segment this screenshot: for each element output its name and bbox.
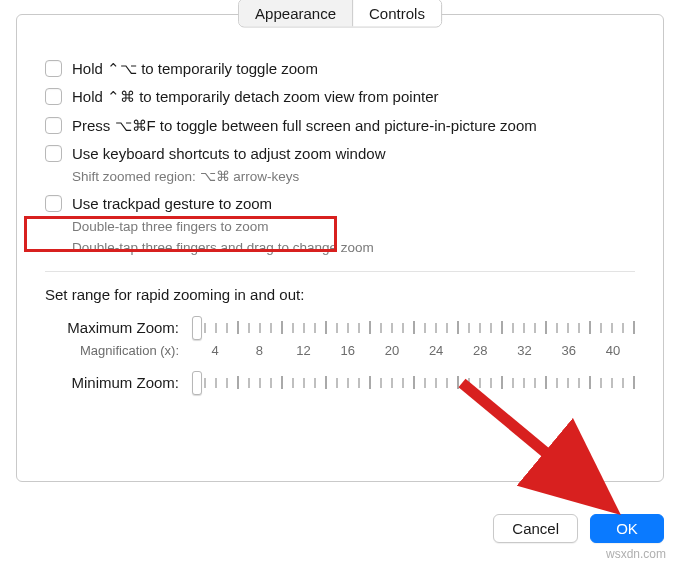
slider-tick <box>622 323 624 333</box>
slider-tick <box>578 378 580 388</box>
tab-controls[interactable]: Controls <box>352 0 441 27</box>
sub-trackpad-2: Double-tap three fingers and drag to cha… <box>72 239 635 257</box>
magnification-value: 20 <box>370 343 414 358</box>
slider-tick <box>413 321 415 334</box>
label-keyboard-shortcuts: Use keyboard shortcuts to adjust zoom wi… <box>72 144 385 164</box>
slider-tick <box>457 376 459 389</box>
slider-tick <box>358 323 360 333</box>
checkbox-hold-detach[interactable] <box>45 88 62 105</box>
label-trackpad-gesture: Use trackpad gesture to zoom <box>72 194 272 214</box>
slider-tick <box>545 321 547 334</box>
slider-tick <box>270 378 272 388</box>
slider-tick <box>446 378 448 388</box>
slider-tick <box>611 323 613 333</box>
checkbox-trackpad-gesture[interactable] <box>45 195 62 212</box>
magnification-value: 40 <box>591 343 635 358</box>
slider-tick <box>556 378 558 388</box>
content-area: Hold ⌃⌥ to temporarily toggle zoom Hold … <box>17 15 663 410</box>
magnification-value: 16 <box>326 343 370 358</box>
slider-tick <box>424 323 426 333</box>
slider-tick <box>226 378 228 388</box>
range-section-label: Set range for rapid zooming in and out: <box>45 286 635 303</box>
slider-tick <box>534 323 536 333</box>
tab-bar: Appearance Controls <box>238 0 442 28</box>
slider-tick <box>314 378 316 388</box>
slider-tick <box>402 323 404 333</box>
cancel-button[interactable]: Cancel <box>493 514 578 543</box>
option-keyboard-shortcuts: Use keyboard shortcuts to adjust zoom wi… <box>45 144 635 164</box>
magnification-value: 32 <box>502 343 546 358</box>
slider-tick <box>402 378 404 388</box>
slider-tick <box>325 321 327 334</box>
slider-tick <box>611 378 613 388</box>
slider-tick <box>633 376 635 389</box>
slider-max-zoom[interactable] <box>193 317 635 339</box>
magnification-value: 12 <box>281 343 325 358</box>
slider-tick <box>578 323 580 333</box>
slider-tick <box>292 323 294 333</box>
slider-tick <box>501 376 503 389</box>
option-press-pip: Press ⌥⌘F to toggle between full screen … <box>45 116 635 136</box>
slider-tick <box>347 323 349 333</box>
slider-tick <box>424 378 426 388</box>
slider-tick <box>204 323 206 333</box>
slider-tick <box>270 323 272 333</box>
slider-tick <box>303 323 305 333</box>
slider-tick <box>512 378 514 388</box>
row-min-zoom: Minimum Zoom: <box>45 372 635 394</box>
ok-button[interactable]: OK <box>590 514 664 543</box>
slider-tick <box>457 321 459 334</box>
slider-tick <box>215 378 217 388</box>
slider-tick <box>446 323 448 333</box>
magnification-value: 4 <box>193 343 237 358</box>
label-magnification: Magnification (x): <box>45 343 193 358</box>
sub-shift-region: Shift zoomed region: ⌥⌘ arrow-keys <box>72 168 635 186</box>
divider <box>45 271 635 272</box>
slider-tick <box>259 323 261 333</box>
settings-panel: Appearance Controls Hold ⌃⌥ to temporari… <box>16 14 664 482</box>
row-magnification: Magnification (x): 481216202428323640 <box>45 343 635 358</box>
slider-tick <box>490 323 492 333</box>
slider-thumb-min[interactable] <box>192 371 202 395</box>
label-max-zoom: Maximum Zoom: <box>45 319 193 336</box>
slider-min-zoom[interactable] <box>193 372 635 394</box>
slider-tick <box>281 376 283 389</box>
slider-tick <box>336 378 338 388</box>
option-trackpad-gesture: Use trackpad gesture to zoom <box>45 194 635 214</box>
slider-tick <box>479 323 481 333</box>
label-hold-detach: Hold ⌃⌘ to temporarily detach zoom view … <box>72 87 438 107</box>
slider-tick <box>534 378 536 388</box>
checkbox-hold-toggle[interactable] <box>45 60 62 77</box>
checkbox-keyboard-shortcuts[interactable] <box>45 145 62 162</box>
slider-tick <box>369 321 371 334</box>
slider-tick <box>523 378 525 388</box>
slider-thumb-max[interactable] <box>192 316 202 340</box>
slider-tick <box>589 321 591 334</box>
slider-tick <box>391 323 393 333</box>
slider-tick <box>567 323 569 333</box>
slider-tick <box>600 378 602 388</box>
slider-tick <box>413 376 415 389</box>
magnification-value: 28 <box>458 343 502 358</box>
slider-tick <box>479 378 481 388</box>
slider-tick <box>226 323 228 333</box>
slider-tick <box>259 378 261 388</box>
slider-tick <box>281 321 283 334</box>
row-max-zoom: Maximum Zoom: <box>45 317 635 339</box>
slider-tick <box>523 323 525 333</box>
label-min-zoom: Minimum Zoom: <box>45 374 193 391</box>
slider-tick <box>215 323 217 333</box>
slider-tick <box>248 378 250 388</box>
slider-tick <box>633 321 635 334</box>
slider-tick <box>622 378 624 388</box>
tab-appearance[interactable]: Appearance <box>239 0 352 27</box>
checkbox-press-pip[interactable] <box>45 117 62 134</box>
slider-tick <box>380 323 382 333</box>
slider-tick <box>248 323 250 333</box>
slider-tick <box>237 376 239 389</box>
sub-trackpad-1: Double-tap three fingers to zoom <box>72 218 635 236</box>
slider-tick <box>303 378 305 388</box>
slider-tick <box>556 323 558 333</box>
slider-tick <box>204 378 206 388</box>
slider-tick <box>501 321 503 334</box>
